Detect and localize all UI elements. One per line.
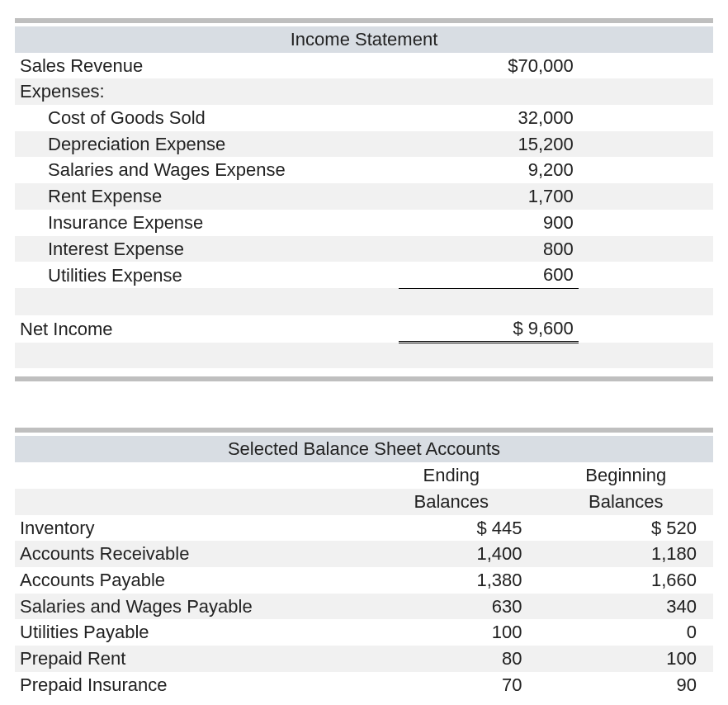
bs-row-beg: 100 [539,646,714,672]
bs-row-label: Prepaid Rent [15,646,364,672]
balance-title: Selected Balance Sheet Accounts [15,436,713,462]
bs-row-label: Inventory [15,515,364,542]
expense-label: Interest Expense [15,236,399,263]
net-income-value: $ 9,600 [399,315,579,343]
bs-row-beg: $ 520 [539,515,714,542]
sales-label: Sales Revenue [15,53,399,79]
expense-value: 32,000 [399,105,579,131]
bs-row-end: $ 445 [364,515,539,542]
expense-value: 600 [399,262,579,288]
bs-row-end: 100 [364,619,539,646]
bs-row-end: 1,380 [364,567,539,594]
bs-row-beg: 0 [539,619,714,646]
bs-row-beg: 1,180 [539,541,714,567]
expense-label: Depreciation Expense [15,131,399,158]
col-beginning-bot: Balances [539,489,714,515]
bs-row-end: 70 [364,672,539,698]
expense-label: Rent Expense [15,183,399,210]
bs-row-label: Accounts Receivable [15,541,364,567]
bs-row-end: 80 [364,646,539,672]
col-beginning-top: Beginning [539,462,714,489]
bs-row-label: Utilities Payable [15,619,364,646]
col-ending-top: Ending [364,462,539,489]
net-income-label: Net Income [15,315,399,343]
expense-value: 9,200 [399,157,579,183]
income-title: Income Statement [15,26,713,53]
bs-row-label: Prepaid Insurance [15,672,364,698]
expense-label: Insurance Expense [15,210,399,236]
balance-sheet-table: Selected Balance Sheet Accounts Ending B… [15,436,713,698]
bs-row-beg: 340 [539,594,714,620]
expense-label: Utilities Expense [15,262,399,288]
expense-value: 900 [399,210,579,236]
expense-label: Cost of Goods Sold [15,105,399,131]
expense-value: 800 [399,236,579,263]
bs-row-end: 1,400 [364,541,539,567]
bs-row-end: 630 [364,594,539,620]
expense-value: 1,700 [399,183,579,210]
expense-value: 15,200 [399,131,579,158]
expense-label: Salaries and Wages Expense [15,157,399,183]
col-ending-bot: Balances [364,489,539,515]
sales-value: $70,000 [399,53,579,79]
expenses-header: Expenses: [15,78,399,105]
bs-row-beg: 1,660 [539,567,714,594]
bs-row-label: Salaries and Wages Payable [15,594,364,620]
income-statement-table: Income Statement Sales Revenue $70,000 E… [15,26,713,368]
bs-row-label: Accounts Payable [15,567,364,594]
bs-row-beg: 90 [539,672,714,698]
